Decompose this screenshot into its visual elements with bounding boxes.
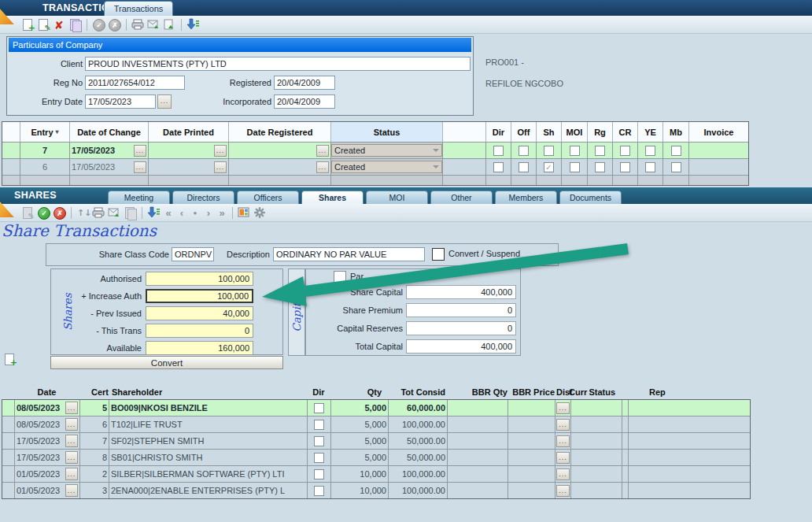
checkbox-cr[interactable] (620, 146, 630, 156)
entry-row[interactable]: 6 17/05/2023... ... ... Created ✓ (2, 159, 748, 176)
checkbox-dir[interactable] (314, 453, 324, 463)
dist-ellipsis-button[interactable]: ... (556, 435, 570, 447)
entry-row[interactable]: 7 17/05/2023... ... ... Created (2, 143, 748, 159)
share-row[interactable]: 17/05/2023... 7 SF02|STEPHEN SMITH 5,000… (2, 433, 750, 450)
col-moi[interactable]: MOI (562, 122, 588, 142)
checkbox-dir[interactable] (314, 436, 324, 446)
available-field[interactable]: 160,000 (146, 341, 253, 355)
tab-officers[interactable]: Officers (237, 191, 299, 204)
checkbox-ye[interactable] (645, 146, 655, 156)
ellipsis-button[interactable]: ... (316, 161, 329, 173)
tab-members[interactable]: Members (495, 191, 557, 204)
checkbox-rg[interactable] (595, 146, 605, 156)
col-cert[interactable]: Cert (79, 387, 109, 397)
edit-record-icon[interactable]: ✎ (37, 18, 50, 31)
tab-moi[interactable]: MOI (366, 191, 428, 204)
checkbox-rg[interactable] (595, 162, 605, 172)
nav-prev-icon[interactable]: ‹ (176, 206, 187, 220)
capital-reserves-field[interactable]: 0 (406, 321, 516, 335)
registered-field[interactable]: 20/04/2009 (274, 76, 335, 90)
ellipsis-button[interactable]: ... (65, 484, 78, 497)
col-rep[interactable]: Rep (624, 387, 745, 397)
ellipsis-button[interactable]: ... (134, 161, 146, 173)
export-list-icon[interactable] (186, 18, 200, 31)
accept-icon[interactable]: ✓ (37, 206, 50, 220)
col-off[interactable]: Off (511, 122, 537, 142)
total-capital-field[interactable]: 400,000 (406, 339, 516, 354)
copy-record-icon[interactable] (124, 206, 137, 220)
status-dropdown[interactable]: Created (331, 144, 442, 157)
dist-ellipsis-button[interactable]: ... (556, 419, 570, 431)
col-curr[interactable]: Curr (569, 387, 587, 397)
print-icon[interactable] (131, 18, 145, 31)
tab-shares[interactable]: Shares (301, 191, 364, 204)
entry-date-field[interactable]: 17/05/2023 (85, 94, 156, 109)
nav-next-icon[interactable]: › (203, 206, 214, 220)
col-dir[interactable]: Dir (307, 387, 330, 397)
checkbox-off[interactable] (519, 146, 529, 156)
cancel-icon[interactable]: ✗ (53, 206, 66, 220)
copy-record-icon[interactable] (68, 18, 82, 31)
col-sh[interactable]: Sh (537, 122, 562, 142)
checkbox-dir[interactable] (314, 486, 324, 496)
checkbox-ye[interactable] (645, 162, 655, 172)
ellipsis-button[interactable]: ... (65, 468, 78, 480)
settings-icon[interactable] (253, 206, 267, 220)
col-date-registered[interactable]: Date Registered (229, 122, 331, 142)
tab-other[interactable]: Other (430, 191, 493, 204)
ellipsis-button[interactable]: ... (65, 402, 78, 414)
col-status[interactable]: Status (331, 122, 443, 142)
this-trans-field[interactable]: 0 (146, 324, 253, 338)
col-entry[interactable]: Entry ▾ (20, 122, 70, 142)
checkbox-dir[interactable] (314, 403, 324, 413)
print-icon[interactable] (92, 206, 105, 220)
par-checkbox[interactable] (334, 271, 346, 283)
dist-ellipsis-button[interactable]: ... (556, 485, 570, 497)
col-dir[interactable]: Dir (486, 122, 511, 142)
col-bbr-price[interactable]: BBR Price (507, 387, 555, 397)
share-premium-field[interactable]: 0 (406, 303, 516, 317)
ellipsis-button[interactable]: ... (65, 451, 78, 464)
col-date[interactable]: Date (14, 387, 79, 397)
checkbox-cr[interactable] (620, 162, 630, 172)
client-field[interactable]: PROUD INVESTMENTS (PTY) LTD (85, 57, 471, 71)
checkbox-mb[interactable] (671, 146, 681, 156)
add-share-transaction-icon[interactable]: + (3, 353, 17, 366)
checkbox-off[interactable] (519, 162, 529, 172)
col-ye[interactable]: YE (638, 122, 663, 142)
convert-button[interactable]: Convert (50, 356, 283, 369)
ellipsis-button[interactable]: ... (134, 145, 146, 157)
ellipsis-button[interactable]: ... (65, 418, 78, 431)
share-row[interactable]: 08/05/2023... 6 T102|LIFE TRUST 5,000 10… (2, 416, 750, 433)
convert-suspend-checkbox[interactable] (432, 248, 445, 261)
share-row[interactable]: 08/05/2023... 5 BO009|NKOSI BENZILE 5,00… (2, 400, 750, 416)
status-dropdown[interactable]: Created (331, 161, 442, 173)
checkbox-moi[interactable] (570, 162, 580, 172)
share-row[interactable]: 01/05/2023... 3 2ENA000|2ENABLE ENTERPRI… (2, 483, 750, 498)
reg-no-field[interactable]: 2011/027654/012 (85, 76, 185, 90)
col-bbr-qty[interactable]: BBR Qty (447, 387, 507, 397)
new-record-icon[interactable]: + (21, 18, 35, 31)
share-row[interactable]: 17/05/2023... 8 SB01|CHRISTO SMITH 5,000… (2, 450, 750, 466)
nav-first-icon[interactable]: « (163, 206, 174, 220)
col-date-printed[interactable]: Date Printed (149, 122, 229, 142)
ellipsis-button[interactable]: ... (214, 161, 227, 173)
share-row[interactable]: 01/05/2023... 2 SILBER|SILBERMAN SOFTWAR… (2, 466, 750, 483)
col-mb[interactable]: Mb (663, 122, 689, 142)
checkbox-dir[interactable] (493, 162, 504, 172)
prev-issued-field[interactable]: 40,000 (146, 306, 253, 320)
authorised-field[interactable]: 100,000 (146, 272, 253, 286)
checkbox-sh[interactable]: ✓ (544, 162, 554, 172)
entry-date-ellipsis-button[interactable]: ... (157, 94, 172, 109)
nav-last-icon[interactable]: » (216, 206, 227, 220)
description-field[interactable]: ORDINARY NO PAR VALUE (273, 247, 425, 261)
tab-meeting[interactable]: Meeting (108, 191, 170, 204)
delete-record-icon[interactable]: ✘ (53, 18, 66, 31)
col-dist[interactable]: Dist (551, 387, 567, 397)
checkbox-dir[interactable] (493, 146, 504, 156)
ellipsis-button[interactable]: ... (316, 145, 329, 157)
tab-transactions[interactable]: Transactions (104, 1, 173, 16)
share-capital-field[interactable]: 400,000 (406, 285, 516, 299)
nav-current-icon[interactable]: ● (190, 206, 201, 220)
incorporated-field[interactable]: 20/04/2009 (274, 94, 335, 109)
